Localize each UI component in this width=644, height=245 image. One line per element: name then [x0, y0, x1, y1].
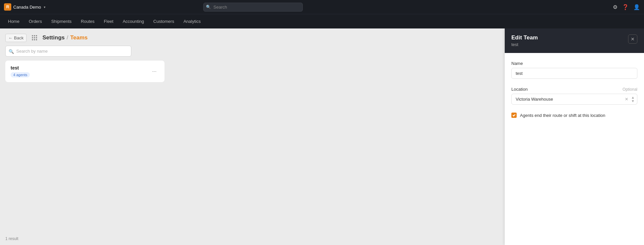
- location-optional: Optional: [622, 87, 637, 92]
- grid-icon: [32, 35, 37, 40]
- search-input[interactable]: [5, 46, 131, 57]
- breadcrumb-settings[interactable]: Settings: [42, 34, 65, 41]
- app-logo[interactable]: R Canada Demo ▾: [4, 3, 45, 11]
- app-chevron-icon: ▾: [44, 5, 45, 9]
- panel-header-content: Edit Team test: [511, 34, 538, 47]
- name-input[interactable]: [511, 68, 637, 79]
- navbar: Home Orders Shipments Routes Fleet Accou…: [0, 14, 644, 28]
- teams-list: test 4 agents ···: [0, 61, 505, 232]
- nav-item-routes[interactable]: Routes: [77, 17, 98, 26]
- close-button[interactable]: ✕: [628, 34, 637, 44]
- back-button[interactable]: ← Back: [5, 34, 27, 42]
- search-box: 🔍: [5, 46, 131, 57]
- agents-end-location-checkbox[interactable]: [511, 113, 517, 118]
- panel-title: Edit Team: [511, 34, 538, 41]
- panel-body: Name Location Optional ✕ ▲▼: [505, 53, 644, 245]
- breadcrumb: Settings / Teams: [42, 34, 88, 41]
- agents-end-location-label: Agents end their route or shift at this …: [520, 113, 605, 118]
- team-name: test: [11, 65, 30, 71]
- result-count: 1 result: [0, 232, 505, 245]
- search-container: 🔍: [0, 46, 505, 61]
- location-expand-icon[interactable]: ▲▼: [631, 96, 635, 103]
- back-label: Back: [14, 35, 24, 40]
- nav-item-home[interactable]: Home: [4, 17, 24, 26]
- team-menu-button[interactable]: ···: [150, 67, 159, 76]
- agents-end-location-row[interactable]: Agents end their route or shift at this …: [511, 113, 637, 118]
- location-input[interactable]: [511, 94, 637, 105]
- help-icon[interactable]: ❓: [622, 4, 629, 10]
- checkmark-icon: [512, 114, 516, 117]
- location-clear-button[interactable]: ✕: [624, 97, 629, 102]
- breadcrumb-teams[interactable]: Teams: [70, 34, 88, 41]
- nav-item-shipments[interactable]: Shipments: [47, 17, 75, 26]
- location-input-wrap: ✕ ▲▼: [511, 94, 637, 105]
- location-label-row: Location Optional: [511, 87, 637, 92]
- nav-item-accounting[interactable]: Accounting: [119, 17, 148, 26]
- nav-item-fleet[interactable]: Fleet: [100, 17, 117, 26]
- app-name: Canada Demo: [13, 5, 41, 10]
- topbar: R Canada Demo ▾ 🔍 ⚙ ❓ 👤: [0, 0, 644, 14]
- name-form-group: Name: [511, 61, 637, 79]
- left-panel: ← Back Settings / Teams 🔍: [0, 28, 505, 245]
- page-header: ← Back Settings / Teams: [0, 28, 505, 46]
- edit-team-panel: Edit Team test ✕ Name Location Optional: [505, 28, 644, 245]
- topbar-search-container: 🔍: [203, 3, 303, 12]
- back-arrow-icon: ←: [8, 35, 13, 40]
- topbar-search-input[interactable]: [203, 3, 303, 12]
- nav-item-analytics[interactable]: Analytics: [179, 17, 205, 26]
- nav-item-orders[interactable]: Orders: [25, 17, 46, 26]
- name-label: Name: [511, 61, 637, 66]
- agents-badge: 4 agents: [11, 72, 30, 77]
- grid-view-button[interactable]: [30, 33, 39, 42]
- location-actions: ✕ ▲▼: [624, 96, 635, 103]
- breadcrumb-separator: /: [67, 34, 68, 41]
- settings-icon[interactable]: ⚙: [613, 4, 617, 10]
- topbar-search-icon: 🔍: [206, 5, 211, 9]
- nav-item-customers[interactable]: Customers: [149, 17, 178, 26]
- search-icon: 🔍: [9, 49, 14, 54]
- location-label: Location: [511, 87, 528, 92]
- panel-header: Edit Team test ✕: [505, 28, 644, 53]
- logo-icon: R: [4, 3, 11, 11]
- panel-subtitle: test: [511, 42, 538, 47]
- location-form-group: Location Optional ✕ ▲▼: [511, 87, 637, 105]
- topbar-actions: ⚙ ❓ 👤: [613, 4, 640, 10]
- team-info: test 4 agents: [11, 65, 30, 77]
- team-card[interactable]: test 4 agents ···: [5, 61, 164, 82]
- main-area: ← Back Settings / Teams 🔍: [0, 28, 644, 245]
- user-icon[interactable]: 👤: [633, 4, 640, 10]
